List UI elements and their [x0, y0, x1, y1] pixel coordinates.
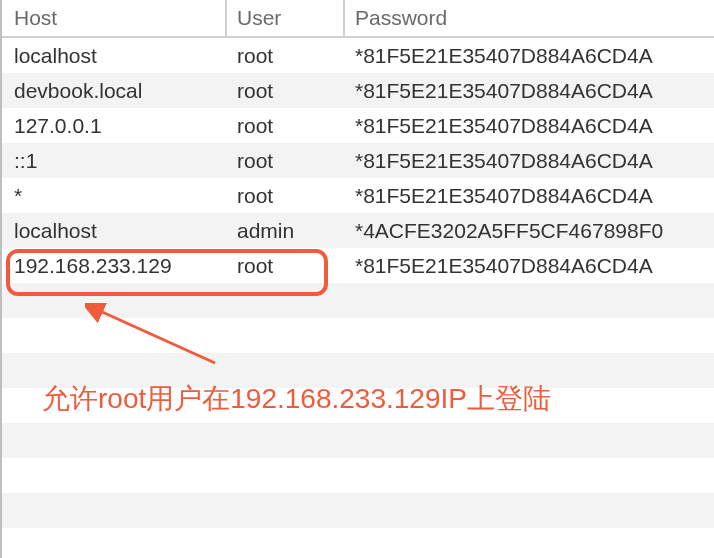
header-host[interactable]: Host — [2, 0, 227, 36]
cell-host: 127.0.0.1 — [2, 114, 227, 138]
table-row[interactable]: 127.0.0.1 root *81F5E21E35407D884A6CD4A — [2, 108, 714, 143]
table-row[interactable]: localhost admin *4ACFE3202A5FF5CF467898F… — [2, 213, 714, 248]
cell-user: root — [227, 184, 345, 208]
cell-user: admin — [227, 219, 345, 243]
cell-user: root — [227, 44, 345, 68]
header-password[interactable]: Password — [345, 0, 714, 36]
table-body: localhost root *81F5E21E35407D884A6CD4A … — [2, 38, 714, 558]
cell-host: localhost — [2, 219, 227, 243]
cell-user: root — [227, 79, 345, 103]
cell-host: * — [2, 184, 227, 208]
cell-password: *81F5E21E35407D884A6CD4A — [345, 254, 714, 278]
table-row[interactable]: * root *81F5E21E35407D884A6CD4A — [2, 178, 714, 213]
cell-user: root — [227, 114, 345, 138]
cell-host: devbook.local — [2, 79, 227, 103]
cell-host: ::1 — [2, 149, 227, 173]
cell-password: *81F5E21E35407D884A6CD4A — [345, 79, 714, 103]
cell-password: *81F5E21E35407D884A6CD4A — [345, 149, 714, 173]
cell-user: root — [227, 254, 345, 278]
table-row[interactable] — [2, 283, 714, 318]
cell-password: *81F5E21E35407D884A6CD4A — [345, 44, 714, 68]
header-user[interactable]: User — [227, 0, 345, 36]
table-row[interactable] — [2, 528, 714, 558]
user-table: Host User Password localhost root *81F5E… — [0, 0, 714, 558]
table-row[interactable]: 192.168.233.129 root *81F5E21E35407D884A… — [2, 248, 714, 283]
cell-user: root — [227, 149, 345, 173]
table-row[interactable]: ::1 root *81F5E21E35407D884A6CD4A — [2, 143, 714, 178]
cell-host: 192.168.233.129 — [2, 254, 227, 278]
table-row[interactable]: localhost root *81F5E21E35407D884A6CD4A — [2, 38, 714, 73]
table-row[interactable] — [2, 458, 714, 493]
table-row[interactable] — [2, 318, 714, 353]
cell-password: *81F5E21E35407D884A6CD4A — [345, 184, 714, 208]
table-header: Host User Password — [2, 0, 714, 38]
table-row[interactable] — [2, 423, 714, 458]
annotation-text: 允许root用户在192.168.233.129IP上登陆 — [42, 380, 551, 418]
cell-password: *81F5E21E35407D884A6CD4A — [345, 114, 714, 138]
table-row[interactable] — [2, 493, 714, 528]
cell-password: *4ACFE3202A5FF5CF467898F0 — [345, 219, 714, 243]
table-row[interactable]: devbook.local root *81F5E21E35407D884A6C… — [2, 73, 714, 108]
cell-host: localhost — [2, 44, 227, 68]
